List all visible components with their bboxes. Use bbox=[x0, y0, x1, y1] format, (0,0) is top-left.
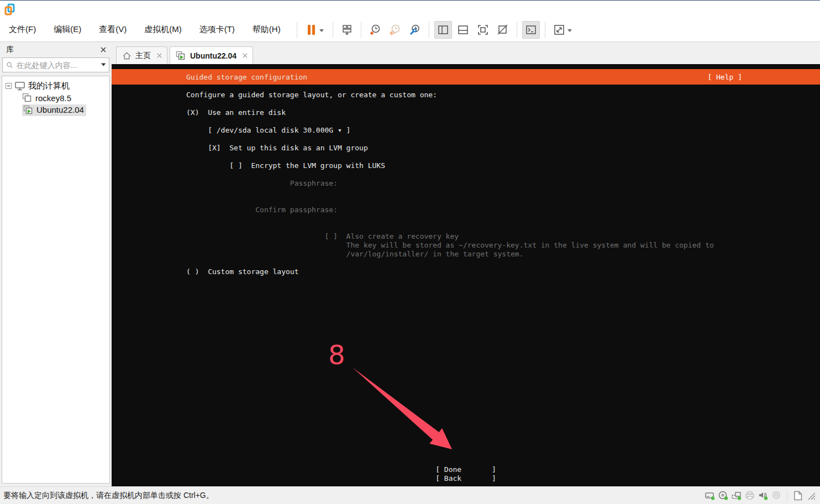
intro-text: Configure a guided storage layout, or cr… bbox=[186, 91, 820, 99]
checkbox-encrypt-luks[interactable]: [ ] Encrypt the LVM group with LUKS bbox=[186, 161, 820, 170]
vm-console-screen[interactable]: Guided storage configuration [ Help ] Co… bbox=[112, 64, 820, 486]
radio-use-entire-disk[interactable]: (X) Use an entire disk bbox=[186, 108, 820, 117]
disk-select-dropdown[interactable]: [ /dev/sda local disk 30.000G ▾ ] bbox=[186, 126, 820, 135]
close-icon[interactable] bbox=[242, 53, 248, 59]
fullscreen-icon bbox=[477, 24, 489, 36]
manage-snapshots-icon bbox=[409, 24, 421, 36]
terminal-line bbox=[186, 117, 820, 126]
confirm-passphrase-label: Confirm passphrase: bbox=[186, 206, 820, 214]
menu-edit[interactable]: 编辑(E) bbox=[48, 21, 87, 38]
separator bbox=[429, 22, 429, 38]
search-input[interactable] bbox=[17, 61, 101, 70]
fit-guest-button[interactable] bbox=[550, 21, 576, 39]
installer-body: Configure a guided storage layout, or cr… bbox=[186, 91, 820, 276]
installer-title: Guided storage configuration bbox=[186, 73, 707, 81]
take-snapshot-icon bbox=[369, 24, 381, 36]
revert-snapshot-icon bbox=[389, 24, 401, 36]
hard-disk-icon[interactable] bbox=[703, 490, 717, 502]
send-ctrl-alt-del-icon bbox=[341, 24, 353, 36]
vmware-workstation-window: 文件(F) 编辑(E) 查看(V) 虚拟机(M) 选项卡(T) 帮助(H) bbox=[0, 0, 820, 504]
show-library-toggle[interactable] bbox=[434, 21, 452, 39]
terminal-line bbox=[186, 135, 820, 144]
radio-custom-storage[interactable]: ( ) Custom storage layout bbox=[186, 267, 820, 276]
vmware-logo-icon bbox=[4, 3, 16, 15]
terminal-line bbox=[186, 214, 820, 223]
menu-view[interactable]: 查看(V) bbox=[93, 21, 132, 38]
tree-item-label: rockey8.5 bbox=[35, 93, 71, 103]
menu-tabs[interactable]: 选项卡(T) bbox=[194, 21, 240, 38]
menu-file[interactable]: 文件(F) bbox=[3, 21, 41, 38]
separator bbox=[361, 22, 361, 38]
console-icon bbox=[525, 24, 537, 36]
take-snapshot-button[interactable] bbox=[366, 21, 384, 39]
fullscreen-button[interactable] bbox=[474, 21, 492, 39]
close-icon[interactable] bbox=[100, 46, 107, 53]
terminal-line bbox=[186, 188, 820, 197]
installer-footer: [ Done ] [ Back ] bbox=[112, 465, 820, 483]
library-search[interactable] bbox=[2, 57, 109, 72]
content-area: 主页 Ubuntu22.04 bbox=[112, 42, 820, 486]
manage-snapshots-button[interactable] bbox=[406, 21, 424, 39]
menu-help[interactable]: 帮助(H) bbox=[247, 21, 286, 38]
pause-button[interactable] bbox=[302, 21, 328, 39]
tree-item-rockey[interactable]: rockey8.5 bbox=[6, 92, 109, 104]
unity-mode-button[interactable] bbox=[494, 21, 512, 39]
unity-mode-icon bbox=[497, 24, 509, 36]
checkbox-recovery-key: [ ] Also create a recovery key bbox=[186, 232, 820, 241]
console-view-toggle[interactable] bbox=[522, 21, 540, 39]
separator bbox=[787, 490, 787, 501]
tree-item-my-computer[interactable]: 我的计算机 bbox=[6, 80, 109, 92]
computer-icon bbox=[14, 81, 25, 91]
help-button[interactable]: [ Help ] bbox=[707, 73, 742, 81]
tab-ubuntu[interactable]: Ubuntu22.04 bbox=[170, 46, 253, 64]
tab-bar: 主页 Ubuntu22.04 bbox=[112, 42, 820, 64]
passphrase-label: Passphrase: bbox=[186, 179, 820, 188]
home-icon bbox=[122, 51, 132, 60]
terminal-line bbox=[186, 223, 820, 232]
tree-item-label: 我的计算机 bbox=[28, 81, 70, 91]
vm-running-icon bbox=[23, 105, 34, 115]
done-button[interactable]: [ Done ] bbox=[112, 465, 820, 474]
library-title: 库 bbox=[6, 45, 14, 55]
recovery-key-description-2: /var/log/installer/ in the target system… bbox=[186, 250, 820, 259]
main-area: 库 bbox=[0, 42, 820, 486]
collapse-icon[interactable] bbox=[6, 83, 12, 89]
tab-home[interactable]: 主页 bbox=[116, 46, 167, 64]
separator bbox=[297, 22, 297, 38]
separator bbox=[517, 22, 517, 38]
menu-vm[interactable]: 虚拟机(M) bbox=[139, 21, 187, 38]
cd-rom-icon[interactable] bbox=[717, 490, 730, 502]
terminal-line bbox=[186, 259, 820, 267]
sound-icon[interactable] bbox=[756, 490, 770, 502]
terminal-line bbox=[186, 197, 820, 206]
close-icon[interactable] bbox=[156, 53, 162, 59]
fit-guest-icon bbox=[553, 24, 573, 36]
chevron-down-icon[interactable] bbox=[101, 63, 106, 67]
webcam-icon[interactable] bbox=[770, 490, 783, 502]
show-thumbnail-bar-toggle[interactable] bbox=[454, 21, 472, 39]
separator bbox=[545, 22, 545, 38]
annotation-number: 8 bbox=[328, 339, 345, 370]
resize-grip[interactable] bbox=[805, 490, 818, 502]
terminal-line bbox=[186, 99, 820, 108]
tree-item-ubuntu[interactable]: Ubuntu22.04 bbox=[6, 104, 109, 116]
checkbox-lvm-group[interactable]: [X] Set up this disk as an LVM group bbox=[186, 144, 820, 153]
status-message: 要将输入定向到该虚拟机，请在虚拟机内部单击或按 Ctrl+G。 bbox=[3, 491, 703, 501]
revert-snapshot-button[interactable] bbox=[386, 21, 404, 39]
terminal-line bbox=[186, 153, 820, 161]
network-adapter-icon[interactable] bbox=[730, 490, 743, 502]
library-tree: 我的计算机 rockey8.5 bbox=[2, 76, 110, 484]
printer-icon[interactable] bbox=[743, 490, 756, 502]
pause-icon bbox=[306, 24, 324, 36]
thumbnail-bar-icon bbox=[457, 24, 469, 36]
terminal-line bbox=[186, 170, 820, 179]
back-button[interactable]: [ Back ] bbox=[112, 474, 820, 483]
message-icon[interactable] bbox=[791, 490, 805, 502]
vm-icon bbox=[22, 93, 33, 103]
status-bar: 要将输入定向到该虚拟机，请在虚拟机内部单击或按 Ctrl+G。 bbox=[0, 486, 820, 504]
installer-header-bar: Guided storage configuration [ Help ] bbox=[112, 69, 820, 85]
send-ctrl-alt-del-button[interactable] bbox=[338, 21, 356, 39]
vm-running-icon bbox=[176, 51, 186, 61]
tree-item-label: Ubuntu22.04 bbox=[36, 105, 84, 114]
tab-label: Ubuntu22.04 bbox=[190, 51, 236, 60]
